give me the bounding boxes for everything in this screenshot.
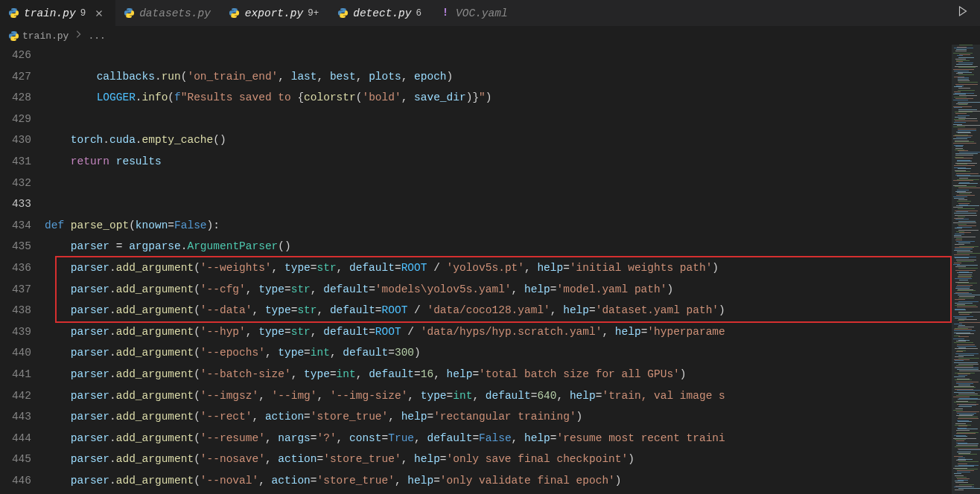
code-line[interactable]: callbacks.run('on_train_end', last, best…	[45, 66, 952, 88]
line-number: 440	[0, 342, 31, 364]
tab-train-py[interactable]: train.py9	[0, 0, 115, 27]
line-number: 430	[0, 129, 31, 151]
tab-export-py[interactable]: export.py9+	[221, 0, 329, 27]
code-line[interactable]: parser.add_argument('--batch-size', type…	[45, 364, 952, 385]
run-button[interactable]	[956, 4, 970, 21]
chevron-right-icon	[73, 29, 83, 42]
tab-badge: 9	[80, 8, 86, 19]
code-line[interactable]: parser = argparse.ArgumentParser()	[45, 236, 952, 257]
line-number: 431	[0, 151, 31, 173]
code-line[interactable]: parser.add_argument('--imgsz', '--img', …	[45, 385, 952, 407]
line-number: 435	[0, 236, 31, 257]
code-line[interactable]: parser.add_argument('--weights', type=st…	[45, 257, 952, 279]
code-line[interactable]: def parse_opt(known=False):	[45, 215, 952, 237]
line-number: 436	[0, 257, 31, 279]
tab-label: export.py	[245, 7, 303, 19]
line-number: 433	[0, 193, 31, 215]
code-area[interactable]: callbacks.run('on_train_end', last, best…	[45, 45, 952, 494]
code-line[interactable]: return results	[45, 151, 952, 173]
line-number: 428	[0, 87, 31, 109]
code-line[interactable]: parser.add_argument('--hyp', type=str, d…	[45, 321, 952, 343]
python-icon	[337, 7, 349, 19]
tab-badge: 6	[416, 8, 422, 19]
code-line[interactable]: parser.add_argument('--epochs', type=int…	[45, 342, 952, 364]
line-number: 429	[0, 109, 31, 130]
tab-badge: 9+	[308, 8, 319, 19]
minimap[interactable]	[952, 45, 980, 494]
line-number: 441	[0, 364, 31, 385]
tab-label: VOC.yaml	[456, 7, 508, 19]
yaml-icon: !	[439, 7, 451, 19]
tab-label: detect.py	[353, 7, 411, 19]
code-line[interactable]	[45, 45, 952, 66]
line-number: 426	[0, 45, 31, 66]
tab-label: train.py	[24, 7, 76, 19]
code-line[interactable]: parser.add_argument('--cfg', type=str, d…	[45, 279, 952, 301]
code-line[interactable]	[45, 109, 952, 130]
tab-VOC-yaml[interactable]: !VOC.yaml	[432, 0, 518, 27]
code-line[interactable]: torch.cuda.empty_cache()	[45, 129, 952, 151]
line-number: 444	[0, 428, 31, 449]
python-icon	[7, 7, 19, 19]
breadcrumb-file[interactable]: train.py	[7, 30, 69, 42]
code-line[interactable]: parser.add_argument('--data', type=str, …	[45, 300, 952, 321]
code-line[interactable]: parser.add_argument('--rect', action='st…	[45, 406, 952, 428]
line-number: 446	[0, 470, 31, 492]
code-line[interactable]: parser.add_argument('--resume', nargs='?…	[45, 428, 952, 449]
code-line[interactable]: parser.add_argument('--nosave', action='…	[45, 449, 952, 470]
code-line[interactable]	[45, 193, 952, 215]
close-icon[interactable]	[93, 7, 105, 19]
line-number: 434	[0, 215, 31, 237]
tab-label: datasets.py	[139, 7, 211, 19]
tab-detect-py[interactable]: detect.py6	[329, 0, 432, 27]
line-number: 427	[0, 66, 31, 88]
line-number: 443	[0, 406, 31, 428]
python-icon	[123, 7, 135, 19]
tab-datasets-py[interactable]: datasets.py	[115, 0, 221, 27]
breadcrumb-file-label: train.py	[22, 31, 69, 42]
breadcrumb-more[interactable]: ...	[88, 31, 105, 42]
line-number: 437	[0, 279, 31, 301]
editor[interactable]: 4264274284294304314324334344354364374384…	[0, 45, 980, 494]
line-gutter: 4264274284294304314324334344354364374384…	[0, 45, 45, 494]
breadcrumb: train.py ...	[0, 27, 980, 45]
line-number: 438	[0, 300, 31, 321]
line-number: 442	[0, 385, 31, 407]
line-number: 432	[0, 173, 31, 194]
python-icon	[229, 7, 241, 19]
tab-bar: train.py9datasets.pyexport.py9+detect.py…	[0, 0, 980, 27]
code-line[interactable]: parser.add_argument('--noval', action='s…	[45, 470, 952, 492]
line-number: 439	[0, 321, 31, 343]
python-icon	[7, 30, 19, 42]
code-line[interactable]	[45, 173, 952, 194]
code-line[interactable]: LOGGER.info(f"Results saved to {colorstr…	[45, 87, 952, 109]
line-number: 445	[0, 449, 31, 470]
